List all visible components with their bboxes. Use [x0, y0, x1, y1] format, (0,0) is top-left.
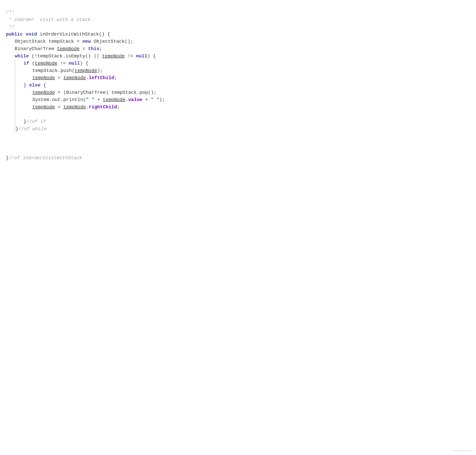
close-method-line: }//of inOrderVisitWithStack — [6, 154, 167, 162]
println-line: System.out.println(" " + tempNode.value … — [15, 96, 167, 104]
objstack-line: ObjectStack tempStack = new ObjectStack(… — [6, 38, 167, 45]
method-signature-line: public void inOrderVisitWithStack() { — [6, 31, 167, 38]
comment-line-3: */ — [6, 23, 167, 31]
code-block: /** * inOrder visit with a stack. */ pub… — [6, 9, 167, 162]
watermark: CSDN @经历鸟的飞行 — [452, 449, 473, 452]
else-line: } else { — [15, 81, 167, 89]
assign-rightchild-line: tempNode = tempNode.rightChild; — [15, 104, 167, 111]
comment-line-2: * inOrder visit with a stack. — [6, 16, 167, 24]
blank-line-2 — [6, 132, 167, 140]
assign-pop-line: tempNode = (BinaryCharTree) tempStack.po… — [15, 89, 167, 96]
comment-line-1: /** — [6, 9, 167, 16]
blank-line-1 — [15, 111, 167, 118]
close-if-line: }//of if — [15, 118, 167, 125]
assign-leftchild-line: tempNode = tempNode.leftChild; — [15, 74, 167, 81]
if-line: if (tempNode != null) { — [15, 60, 167, 67]
blank-line-3 — [6, 140, 167, 147]
bct-line: BinaryCharTree tempNode = this; — [6, 45, 167, 53]
push-line: tempStack.push(tempNode); — [15, 67, 167, 74]
blank-line-4 — [6, 147, 167, 154]
while-line: while (!tempStack.isEmpty() || tempNode … — [6, 53, 167, 60]
while-block: if (tempNode != null) { tempStack.push(t… — [15, 60, 167, 132]
close-while-line: }//of while — [15, 125, 167, 133]
